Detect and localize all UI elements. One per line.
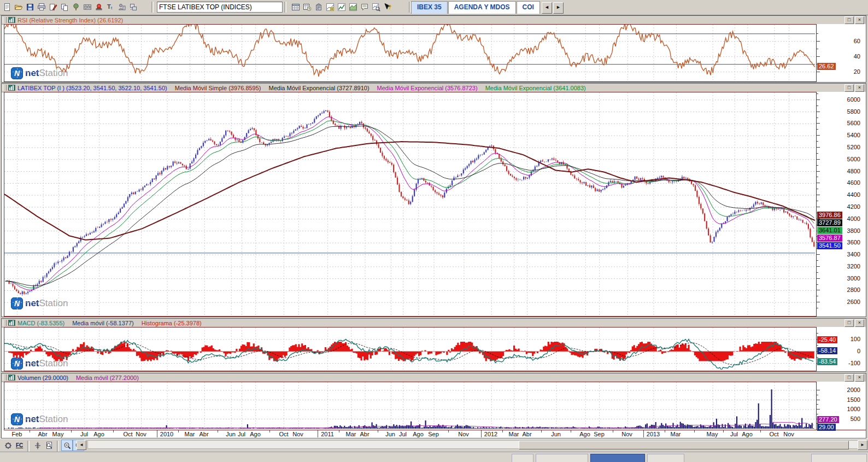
macd-chart[interactable]: NnetStation bbox=[4, 327, 817, 371]
netstation-logo-net: net bbox=[25, 358, 39, 369]
tab-scroll-right-button[interactable]: ► bbox=[553, 2, 564, 14]
data-table-icon-glyph bbox=[291, 3, 300, 11]
close-button[interactable]: × bbox=[855, 319, 864, 327]
legend-item: Media Móvil Exponencial (3641.0083) bbox=[485, 85, 586, 91]
tab-scroll-left-button[interactable]: ◄ bbox=[542, 2, 552, 14]
axis-minor-tick bbox=[817, 118, 818, 118]
axis-tick-label: 4200 bbox=[835, 203, 860, 210]
edit-confirm-icon-glyph bbox=[49, 3, 57, 11]
taskbar-button[interactable] bbox=[590, 454, 645, 462]
axis-tick-label: 500 bbox=[835, 416, 860, 422]
quote-clock-icon[interactable] bbox=[301, 1, 313, 13]
font-size-icon-glyph: Tt bbox=[106, 3, 115, 11]
tab-agenda-y-mdos[interactable]: AGENDA Y MDOS bbox=[448, 1, 516, 14]
panel-grip[interactable] bbox=[3, 320, 7, 326]
legend-item: RSI (Relative Strength Index) (26.6192) bbox=[17, 17, 123, 24]
print-icon[interactable] bbox=[36, 1, 47, 13]
rsi-chart[interactable]: NnetStation bbox=[4, 24, 817, 82]
save-icon[interactable] bbox=[24, 1, 36, 13]
maximize-button[interactable]: □ bbox=[844, 84, 854, 92]
volume-chart[interactable]: NnetStation bbox=[4, 382, 817, 430]
news-note-icon[interactable] bbox=[359, 1, 370, 13]
new-document-icon-glyph bbox=[3, 3, 11, 11]
time-axis-label: Oct bbox=[769, 431, 778, 437]
rsi-panel-header[interactable]: RSI (Relative Strength Index) (26.6192) … bbox=[2, 16, 866, 25]
crosshair-icon[interactable] bbox=[32, 440, 43, 451]
maximize-button[interactable]: □ bbox=[844, 319, 854, 327]
time-axis-label: 2011 bbox=[321, 431, 334, 437]
rsi-panel: RSI (Relative Strength Index) (26.6192) … bbox=[1, 15, 866, 83]
tab-coi[interactable]: COI bbox=[517, 1, 540, 14]
macd-panel-header[interactable]: MACD (-83.5355)Media móvil (-58.1377)His… bbox=[2, 319, 866, 328]
legend-item: Media móvil (277.2000) bbox=[76, 375, 139, 381]
axis-minor-tick bbox=[817, 296, 818, 296]
horizontal-scrollbar[interactable] bbox=[87, 440, 858, 449]
scroll-left-button[interactable]: ◄ bbox=[77, 440, 86, 450]
maximize-button[interactable]: □ bbox=[844, 374, 854, 382]
fc-mode-icon[interactable]: FC bbox=[14, 440, 25, 451]
axis-tick-label: 2600 bbox=[835, 299, 860, 305]
page-preview-icon[interactable] bbox=[43, 440, 55, 451]
data-table-icon[interactable] bbox=[290, 1, 301, 13]
maximize-button[interactable]: □ bbox=[844, 16, 854, 24]
panel-grip[interactable] bbox=[3, 17, 7, 23]
axis-tick-label: 3000 bbox=[835, 275, 860, 282]
time-axis-label: Nov bbox=[458, 431, 469, 437]
tab-ibex-35[interactable]: IBEX 35 bbox=[411, 1, 448, 14]
price-y-axis: 6000580056005400520050004800460044004200… bbox=[817, 92, 866, 317]
axis-tick bbox=[817, 112, 820, 112]
font-size-icon[interactable]: Tt bbox=[104, 1, 116, 13]
netstation-logo-station: Station bbox=[39, 414, 68, 425]
time-axis-tick bbox=[178, 430, 179, 432]
panel-grip[interactable] bbox=[3, 85, 7, 91]
close-button[interactable]: × bbox=[855, 374, 864, 382]
axis-tick-label: 2800 bbox=[835, 286, 860, 293]
chart-area-icon[interactable] bbox=[347, 1, 359, 13]
close-button[interactable]: × bbox=[855, 16, 864, 24]
chart-user-icon-glyph bbox=[118, 3, 126, 11]
symbol-input[interactable] bbox=[157, 2, 283, 13]
time-axis-label: Jul bbox=[399, 431, 407, 437]
axis-minor-tick bbox=[817, 414, 818, 414]
scroll-right-button[interactable]: ► bbox=[858, 440, 867, 450]
taskbar-button[interactable] bbox=[536, 454, 588, 462]
copy-icon[interactable] bbox=[58, 1, 70, 13]
time-axis-label: May bbox=[707, 431, 718, 437]
price-panel-header[interactable]: LATIBEX TOP (I ) (3523.20, 3541.50, 3522… bbox=[2, 84, 866, 92]
chart-add-icon[interactable] bbox=[324, 1, 336, 13]
help-cursor-icon[interactable]: ? bbox=[382, 1, 393, 13]
axis-tick bbox=[817, 195, 820, 195]
value-badge: 3976.86 bbox=[817, 212, 842, 219]
market-building-icon[interactable] bbox=[313, 1, 324, 13]
alarm-icon[interactable] bbox=[93, 1, 104, 13]
time-axis-label: Mar bbox=[346, 431, 356, 437]
panel-grip[interactable] bbox=[3, 375, 7, 381]
open-folder-icon[interactable] bbox=[13, 1, 24, 13]
axis-tick bbox=[817, 409, 820, 410]
axis-tick-label: 2000 bbox=[835, 387, 860, 393]
legend-item: MACD (-83.5355) bbox=[17, 320, 64, 326]
chart-search-icon[interactable] bbox=[370, 1, 382, 13]
send-window-icon[interactable] bbox=[127, 1, 139, 13]
chart-user-icon[interactable] bbox=[116, 1, 127, 13]
brick-wall-icon[interactable] bbox=[81, 1, 93, 13]
svg-text:T: T bbox=[107, 3, 111, 10]
close-button[interactable]: × bbox=[855, 84, 864, 92]
scrollbar-thumb[interactable] bbox=[519, 441, 849, 449]
price-chart[interactable]: NnetStation bbox=[4, 92, 817, 317]
new-document-icon[interactable] bbox=[1, 1, 13, 13]
time-axis-tick bbox=[694, 430, 695, 432]
taskbar-button[interactable] bbox=[512, 454, 533, 462]
price-panel: LATIBEX TOP (I ) (3523.20, 3541.50, 3522… bbox=[1, 83, 866, 317]
edit-confirm-icon[interactable] bbox=[47, 1, 58, 13]
zoom-out-icon[interactable] bbox=[61, 440, 73, 451]
tree-view-icon[interactable] bbox=[70, 1, 81, 13]
taskbar-button[interactable] bbox=[811, 454, 867, 462]
volume-panel-header[interactable]: Volumen (29.0000)Media móvil (277.2000) … bbox=[2, 373, 866, 382]
volume-y-axis: 200015001000500277.2029.00 bbox=[817, 382, 866, 430]
taskbar-button[interactable] bbox=[647, 454, 684, 462]
settings-gear-icon[interactable] bbox=[2, 440, 14, 451]
chart-tools-toolbar: FC ◄ ► bbox=[0, 438, 868, 451]
chart-line-icon[interactable] bbox=[336, 1, 347, 13]
svg-text:FC: FC bbox=[16, 442, 23, 448]
